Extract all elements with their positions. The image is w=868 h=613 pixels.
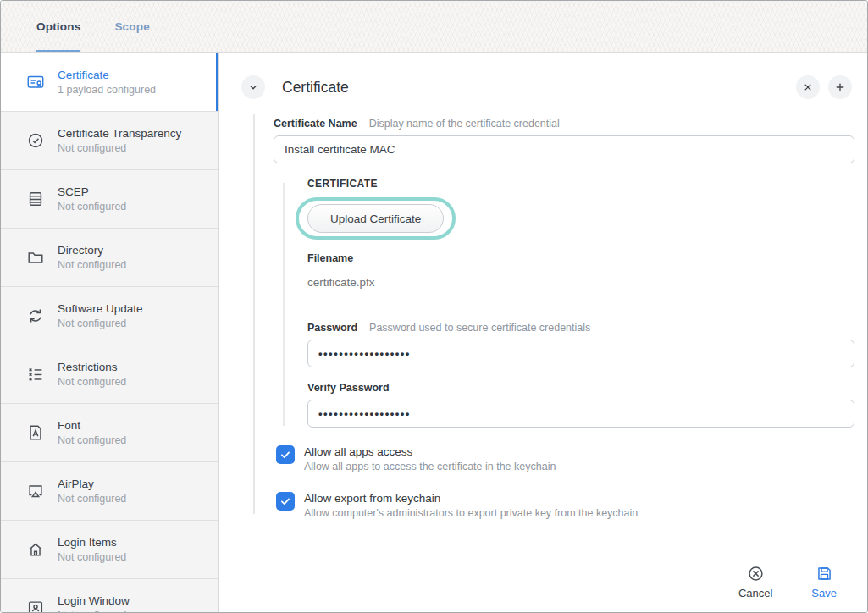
certificate-transparency-icon — [26, 131, 45, 150]
section-indent-line — [283, 183, 285, 426]
verify-password-label: Verify Password — [307, 382, 390, 394]
verify-password-field: Verify Password — [307, 382, 854, 428]
allow-all-apps-label: Allow all apps access — [304, 445, 556, 458]
sidebar-item-font[interactable]: Font Not configured — [1, 404, 218, 462]
filename-label: Filename — [307, 252, 854, 264]
sidebar-item-status: Not configured — [58, 610, 130, 612]
password-field: Password Password used to secure certifi… — [307, 322, 854, 367]
sidebar-item-directory[interactable]: Directory Not configured — [1, 229, 218, 287]
certificate-name-field: Certificate Name Display name of the cer… — [274, 118, 854, 163]
sidebar-item-status: Not configured — [58, 259, 126, 271]
verify-password-input[interactable] — [307, 400, 854, 428]
content-layout: Certificate 1 payload configured Certifi… — [1, 53, 867, 612]
upload-highlight-ring: Upload Certificate — [296, 197, 456, 240]
top-tab-bar: Options Scope — [1, 1, 867, 53]
restrictions-icon — [26, 365, 45, 384]
sidebar-item-status: Not configured — [58, 493, 126, 505]
tab-options[interactable]: Options — [36, 1, 80, 52]
certificate-section: CERTIFICATE Upload Certificate Filename … — [307, 178, 854, 428]
sidebar-item-airplay[interactable]: AirPlay Not configured — [1, 462, 218, 521]
scep-icon — [26, 190, 45, 208]
payload-sidebar: Certificate 1 payload configured Certifi… — [1, 53, 219, 612]
chevron-down-icon — [247, 81, 259, 93]
form-actions: Cancel Save — [219, 563, 867, 612]
sidebar-item-certificate[interactable]: Certificate 1 payload configured — [1, 53, 218, 112]
allow-export-label: Allow export from keychain — [304, 492, 638, 505]
save-label: Save — [811, 587, 837, 599]
certificate-name-input[interactable] — [274, 135, 854, 163]
add-payload-button[interactable] — [828, 75, 852, 99]
cancel-circle-x-icon — [747, 565, 765, 583]
payload-form: Certificate Name Display name of the cer… — [219, 113, 867, 563]
sidebar-item-restrictions[interactable]: Restrictions Not configured — [1, 345, 218, 404]
software-update-icon — [26, 306, 45, 325]
tab-scope[interactable]: Scope — [114, 1, 150, 52]
sidebar-item-login-window[interactable]: Login Window Not configured — [1, 579, 218, 612]
password-input[interactable] — [307, 340, 854, 367]
plus-icon — [834, 81, 846, 93]
sidebar-item-label: Login Window — [58, 594, 130, 607]
close-icon — [802, 81, 814, 93]
payload-indent-line — [253, 114, 255, 514]
checkmark-icon — [279, 449, 291, 461]
save-floppy-icon — [815, 565, 833, 583]
cancel-button[interactable]: Cancel — [738, 565, 772, 599]
remove-payload-button[interactable] — [796, 75, 820, 99]
collapse-payload-button[interactable] — [241, 75, 265, 99]
login-window-icon — [26, 599, 45, 612]
sidebar-item-label: Directory — [58, 244, 126, 257]
tab-options-label: Options — [36, 20, 80, 33]
certificate-name-label: Certificate Name — [274, 118, 357, 130]
sidebar-item-status: 1 payload configured — [58, 84, 156, 96]
keychain-options: Allow all apps access Allow all apps to … — [276, 445, 854, 519]
upload-certificate-button[interactable]: Upload Certificate — [307, 204, 444, 233]
sidebar-item-label: Restrictions — [58, 361, 126, 373]
allow-export-row: Allow export from keychain Allow compute… — [276, 492, 854, 519]
allow-all-apps-row: Allow all apps access Allow all apps to … — [276, 445, 854, 472]
sidebar-item-status: Not configured — [58, 201, 126, 213]
password-hint: Password used to secure certificate cred… — [369, 322, 590, 334]
payload-header: Certificate — [219, 53, 867, 113]
sidebar-item-label: Software Update — [58, 302, 143, 315]
payload-editor-window: Options Scope Certificate — [0, 0, 868, 613]
certificate-name-hint: Display name of the certificate credenti… — [369, 118, 560, 130]
checkmark-icon — [279, 495, 291, 507]
allow-export-description: Allow computer's administrators to expor… — [304, 507, 638, 519]
save-button[interactable]: Save — [811, 565, 837, 599]
payload-header-actions — [796, 75, 852, 99]
sidebar-item-status: Not configured — [58, 434, 126, 446]
sidebar-item-status: Not configured — [58, 376, 126, 388]
allow-export-checkbox[interactable] — [276, 492, 295, 511]
sidebar-item-scep[interactable]: SCEP Not configured — [1, 170, 218, 229]
sidebar-item-label: Certificate — [58, 69, 156, 81]
sidebar-item-label: AirPlay — [58, 478, 126, 490]
filename-value: certificate.pfx — [307, 276, 854, 289]
certificate-payload-panel: Certificate — [219, 53, 867, 612]
sidebar-item-software-update[interactable]: Software Update Not configured — [1, 287, 218, 345]
sidebar-item-label: Font — [58, 419, 126, 432]
sidebar-item-certificate-transparency[interactable]: Certificate Transparency Not configured — [1, 112, 218, 170]
sidebar-item-status: Not configured — [58, 318, 143, 329]
password-label: Password — [307, 322, 357, 334]
certificate-icon — [26, 73, 45, 91]
directory-icon — [26, 248, 45, 267]
allow-all-apps-checkbox[interactable] — [276, 445, 295, 464]
sidebar-item-status: Not configured — [58, 551, 126, 563]
sidebar-item-login-items[interactable]: Login Items Not configured — [1, 521, 218, 579]
sidebar-item-label: SCEP — [58, 185, 126, 198]
font-icon — [26, 423, 45, 442]
payload-title: Certificate — [282, 79, 349, 97]
airplay-icon — [26, 482, 45, 500]
sidebar-item-label: Certificate Transparency — [58, 127, 181, 140]
login-items-icon — [26, 540, 45, 559]
allow-all-apps-description: Allow all apps to access the certificate… — [304, 461, 556, 472]
cancel-label: Cancel — [738, 587, 772, 599]
certificate-section-label: CERTIFICATE — [307, 178, 854, 190]
tab-scope-label: Scope — [114, 20, 150, 33]
sidebar-item-status: Not configured — [58, 142, 181, 154]
sidebar-item-label: Login Items — [58, 536, 126, 549]
